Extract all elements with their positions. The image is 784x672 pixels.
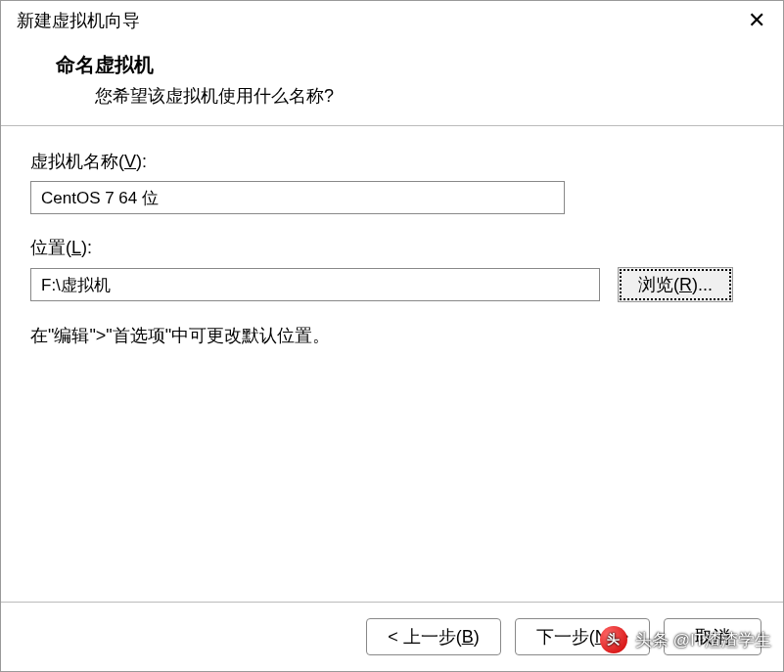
titlebar: 新建虚拟机向导 ✕ — [1, 1, 783, 38]
location-row: 浏览(R)... — [30, 267, 754, 302]
page-subtitle: 您希望该虚拟机使用什么名称? — [56, 84, 744, 108]
hint-text: 在"编辑">"首选项"中可更改默认位置。 — [30, 324, 754, 347]
wizard-window: 新建虚拟机向导 ✕ 命名虚拟机 您希望该虚拟机使用什么名称? 虚拟机名称(V):… — [0, 0, 784, 672]
vm-name-group: 虚拟机名称(V): — [30, 150, 754, 214]
wizard-content: 虚拟机名称(V): 位置(L): 浏览(R)... 在"编辑">"首选项"中可更… — [1, 126, 783, 602]
browse-button[interactable]: 浏览(R)... — [618, 267, 733, 302]
vm-name-input[interactable] — [30, 181, 565, 214]
window-title: 新建虚拟机向导 — [17, 9, 140, 32]
wizard-footer: < 上一步(B) 下一步(N) > 取消 — [1, 602, 783, 671]
location-label: 位置(L): — [30, 236, 754, 259]
back-button[interactable]: < 上一步(B) — [366, 618, 501, 655]
cancel-button[interactable]: 取消 — [664, 618, 761, 655]
location-input[interactable] — [30, 268, 600, 301]
page-title: 命名虚拟机 — [56, 52, 744, 78]
next-button[interactable]: 下一步(N) > — [515, 618, 650, 655]
vm-name-label: 虚拟机名称(V): — [30, 150, 754, 173]
close-icon[interactable]: ✕ — [742, 10, 771, 31]
location-group: 位置(L): 浏览(R)... — [30, 236, 754, 302]
wizard-header: 命名虚拟机 您希望该虚拟机使用什么名称? — [1, 38, 783, 126]
